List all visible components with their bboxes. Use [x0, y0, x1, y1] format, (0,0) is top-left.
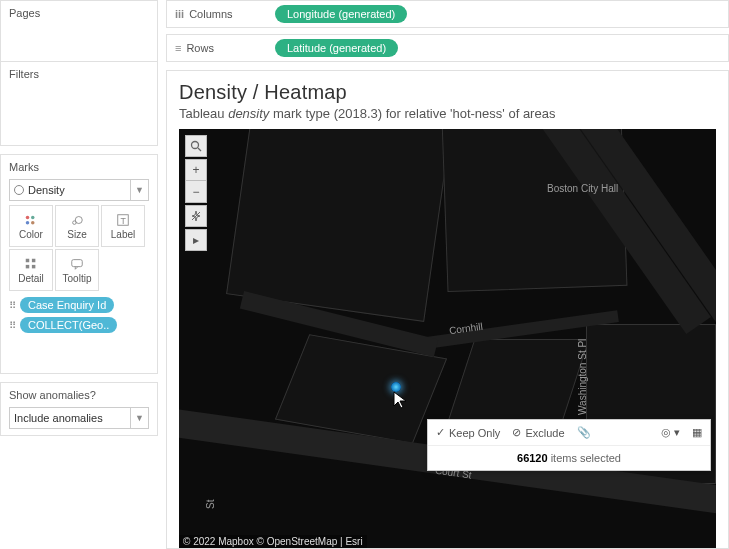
- map-block: [226, 129, 452, 322]
- pages-panel: Pages: [0, 0, 158, 62]
- map-attribution: © 2022 Mapbox © OpenStreetMap | Esri: [179, 535, 367, 548]
- pin-reset-button[interactable]: [185, 205, 207, 227]
- svg-rect-9: [32, 258, 36, 262]
- encoding-pill-row: ⠿ Case Enquiry Id: [9, 297, 149, 313]
- viz-title: Density / Heatmap: [179, 81, 716, 104]
- map-canvas[interactable]: Boston City Hall Cornhill Washington St …: [179, 129, 716, 548]
- label-button[interactable]: T Label: [101, 205, 145, 247]
- search-button[interactable]: [185, 135, 207, 157]
- label-st: St: [205, 500, 216, 509]
- svg-text:T: T: [120, 215, 126, 225]
- map-controls: + − ▸: [185, 135, 207, 253]
- pin-icon: [190, 210, 202, 222]
- chevron-down-icon: ▼: [130, 408, 144, 428]
- search-icon: [190, 140, 202, 152]
- anomalies-title: Show anomalies?: [9, 389, 149, 401]
- pill-collect-geo[interactable]: COLLECT(Geo..: [20, 317, 117, 333]
- viz-area: Density / Heatmap Tableau density mark t…: [166, 70, 729, 549]
- columns-icon: iii: [175, 8, 184, 20]
- filters-panel: Filters: [0, 61, 158, 146]
- view-data-button[interactable]: ▦: [692, 426, 702, 439]
- keep-only-button[interactable]: ✓Keep Only: [436, 426, 500, 439]
- cursor-icon: [393, 391, 409, 411]
- stop-icon: ⊘: [512, 426, 521, 439]
- label-washington: Washington St Pl: [577, 339, 588, 415]
- detail-dots-icon: ⠿: [9, 300, 16, 311]
- svg-rect-11: [32, 264, 36, 268]
- columns-pill[interactable]: Longitude (generated): [275, 5, 407, 23]
- size-icon: [70, 213, 84, 227]
- svg-line-14: [198, 148, 201, 151]
- rows-icon: ≡: [175, 42, 181, 54]
- columns-shelf[interactable]: iii Columns Longitude (generated): [166, 0, 729, 28]
- check-icon: ✓: [436, 426, 445, 439]
- columns-label: Columns: [189, 8, 232, 20]
- size-button[interactable]: Size: [55, 205, 99, 247]
- group-icon[interactable]: 📎: [577, 426, 591, 439]
- anomalies-panel: Show anomalies? Include anomalies ▼: [0, 382, 158, 436]
- rows-shelf[interactable]: ≡ Rows Latitude (generated): [166, 34, 729, 62]
- detail-dots-icon: ⠿: [9, 320, 16, 331]
- zoom-in-button[interactable]: +: [185, 159, 207, 181]
- rows-label: Rows: [186, 42, 214, 54]
- exclude-button[interactable]: ⊘Exclude: [512, 426, 564, 439]
- anomalies-value: Include anomalies: [14, 412, 103, 424]
- svg-rect-10: [26, 264, 30, 268]
- svg-point-1: [31, 215, 35, 219]
- svg-rect-12: [72, 259, 83, 266]
- svg-point-5: [75, 216, 82, 223]
- pages-title: Pages: [9, 7, 149, 19]
- palette-icon: [24, 213, 38, 227]
- selection-tooltip: ✓Keep Only ⊘Exclude 📎 ◎ ▾ ▦ 66120 items …: [427, 419, 711, 471]
- color-button[interactable]: Color: [9, 205, 53, 247]
- filters-title: Filters: [9, 68, 149, 80]
- pill-case-enquiry[interactable]: Case Enquiry Id: [20, 297, 114, 313]
- detail-icon: [24, 257, 38, 271]
- svg-point-0: [26, 215, 30, 219]
- mark-type-dropdown[interactable]: Density ▼: [9, 179, 149, 201]
- chevron-down-icon: ▼: [130, 180, 144, 200]
- svg-rect-8: [26, 258, 30, 262]
- rows-pill[interactable]: Latitude (generated): [275, 39, 398, 57]
- marks-title: Marks: [9, 161, 149, 173]
- selection-count: 66120 items selected: [428, 446, 710, 470]
- svg-point-3: [31, 220, 35, 224]
- label-cityhall: Boston City Hall: [547, 183, 618, 194]
- map-tools-button[interactable]: ▸: [185, 229, 207, 251]
- detail-button[interactable]: Detail: [9, 249, 53, 291]
- zoom-out-button[interactable]: −: [185, 181, 207, 203]
- viz-subtitle: Tableau density mark type (2018.3) for r…: [179, 106, 716, 121]
- tooltip-icon: [70, 257, 84, 271]
- label-icon: T: [116, 213, 130, 227]
- set-dropdown[interactable]: ◎ ▾: [661, 426, 680, 439]
- tooltip-button[interactable]: Tooltip: [55, 249, 99, 291]
- mark-type-label: Density: [28, 184, 65, 196]
- marks-panel: Marks Density ▼ Color Size T Label Detai…: [0, 154, 158, 374]
- anomalies-dropdown[interactable]: Include anomalies ▼: [9, 407, 149, 429]
- encoding-pill-row: ⠿ COLLECT(Geo..: [9, 317, 149, 333]
- density-icon: [14, 185, 24, 195]
- svg-point-2: [26, 220, 30, 224]
- svg-point-13: [192, 142, 199, 149]
